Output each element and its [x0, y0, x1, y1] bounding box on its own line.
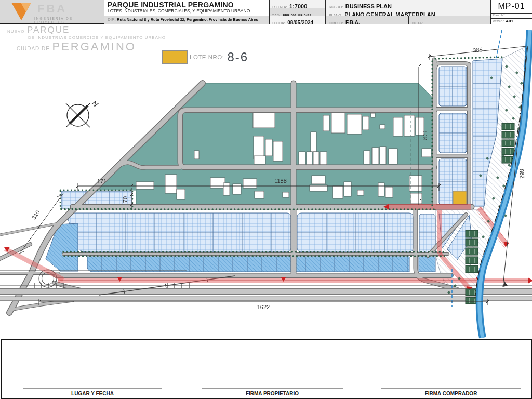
nota-label: NOTA:: [412, 21, 423, 24]
address-label: DIR:: [108, 17, 116, 22]
watermark-line2: DE INDUSTRIAS COMERCIOS Y EQUIPAMIENTO U…: [28, 36, 166, 40]
version-cell: Version A01: [490, 19, 532, 24]
company-logo: FBA INGENIERIA DE PROYECTOS: [0, 0, 104, 24]
dim-top-width: 385: [473, 46, 483, 54]
dibujo-value: F.B.A.: [345, 20, 360, 24]
date-label: FECHA:: [272, 21, 285, 24]
project-title: PARQUE INDUSTRIAL PERGAMINO: [108, 1, 266, 9]
signature-field-owner: FIRMA PROPIETARIO: [202, 388, 343, 396]
signature-field-buyer: FIRMA COMPRADOR: [381, 388, 521, 396]
address-cell: DIR: Ruta Nacional 8 y Ruta Provincial 3…: [104, 16, 269, 24]
signature-field-place-date: LUGAR Y FECHA: [23, 388, 162, 396]
sheet-number: MP-01: [490, 0, 532, 14]
dim-left-width: 171: [97, 178, 107, 184]
address-value: Ruta Nacional 8 y Ruta Provincial 32, Pe…: [117, 17, 258, 22]
dibujo-cell: DIBUJO: F.B.A.: [325, 16, 408, 24]
date-value: 08/05/2024: [287, 20, 313, 24]
masterplan-sheet: 385 534 882 310 171 70 1188 1622 N FBA I…: [0, 0, 532, 399]
dim-block-height: 534: [422, 131, 428, 141]
version-label: Version: [493, 19, 504, 23]
signature-box: LUGAR Y FECHA FIRMA PROPIETARIO FIRMA CO…: [1, 339, 532, 399]
signature-line: [202, 388, 343, 389]
logo-text: FBA: [37, 2, 67, 16]
rubro-cell: RUBRO: BUSINESS PLAN: [325, 0, 490, 8]
dim-total-width: 1622: [257, 304, 270, 310]
signature-line: [23, 388, 162, 389]
logo-triangle-accent-icon: [21, 3, 31, 12]
plano-cell: PLANO: PLANO GENERAL MASTERPLAN: [325, 8, 490, 16]
watermark-line1-small: NUEVO: [7, 29, 24, 34]
sheet-number-label: Plano N°: [490, 14, 532, 19]
watermark-line1-big: PARQUE: [27, 25, 70, 35]
rubro-value: BUSINESS PLAN: [345, 3, 392, 8]
plano-value: PLANO GENERAL MASTERPLAN: [344, 11, 435, 16]
dim-right-length: 882: [518, 169, 526, 179]
cad-cell: CAD: PPR-001-MP-0429: [269, 8, 325, 16]
project-title-cell: PARQUE INDUSTRIAL PERGAMINO LOTES INDUST…: [104, 0, 269, 16]
date-cell: FECHA: 08/05/2024: [269, 16, 325, 24]
watermark-line3-small: CIUDAD DE: [17, 46, 50, 51]
signature-label: FIRMA PROPIETARIO: [202, 391, 343, 396]
lot-legend-value: 8-6: [227, 50, 248, 64]
signature-label: LUGAR Y FECHA: [23, 391, 162, 396]
lot-color-swatch: [162, 50, 188, 64]
signature-label: FIRMA COMPRADOR: [381, 391, 521, 396]
version-value: A01: [506, 19, 513, 23]
highlighted-lot-8-6: [453, 191, 467, 205]
lot-legend: LOTE NRO: 8-6: [162, 50, 248, 64]
dim-left-height: 70: [122, 196, 128, 203]
scale-value: 1:7000: [289, 3, 307, 8]
watermark-text: NUEVO PARQUE DE INDUSTRIAS COMERCIOS Y E…: [7, 25, 166, 52]
title-block: FBA INGENIERIA DE PROYECTOS PARQUE INDUS…: [0, 0, 532, 24]
watermark-line3-big: PERGAMINO: [52, 40, 136, 53]
nota-cell: NOTA:: [408, 16, 490, 24]
dim-main-width: 1188: [274, 178, 287, 184]
signature-line: [381, 388, 521, 389]
lot-legend-label: LOTE NRO:: [190, 54, 224, 60]
dibujo-label: DIBUJO:: [329, 21, 343, 24]
project-subtitle: LOTES INDUSTRIALES, COMERCIALES, Y EQUIP…: [108, 8, 266, 14]
scale-cell: ESCALA: 1:7000: [269, 0, 325, 8]
logo-subtitle: INGENIERIA DE PROYECTOS: [34, 17, 104, 24]
